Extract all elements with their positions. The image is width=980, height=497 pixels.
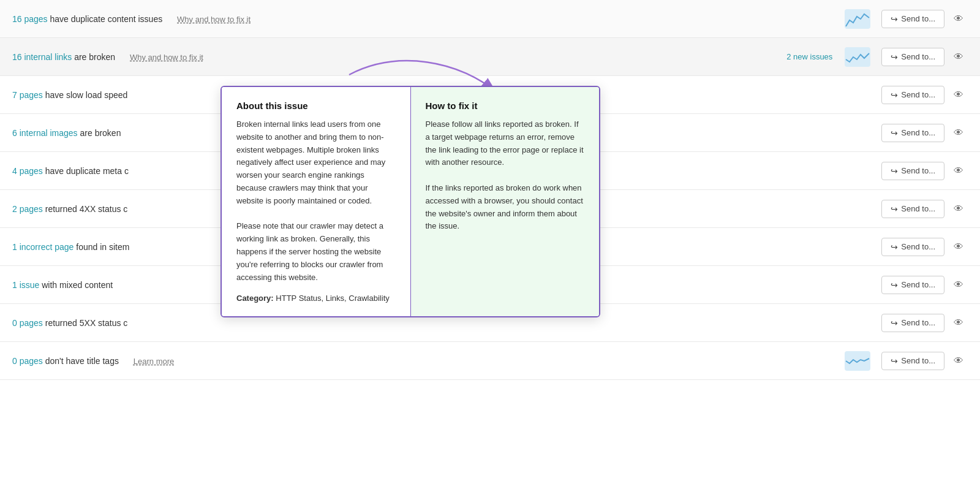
tooltip-popup: About this issue Broken internal links l…	[221, 86, 600, 317]
send-label-7: Send to...	[901, 280, 935, 289]
issue-text-0: 16 pages have duplicate content issues W…	[12, 14, 845, 24]
send-icon-7: ↪	[891, 280, 898, 290]
row-actions-0: ↪ Send to... 👁	[845, 9, 968, 29]
category-value: HTTP Status, Links, Crawlability	[276, 294, 389, 303]
eye-icon-2: 👁	[954, 89, 963, 101]
why-fix-link-0[interactable]: Why and how to fix it	[177, 15, 251, 24]
learn-more-link-9[interactable]: Learn more	[134, 357, 174, 366]
send-icon-3: ↪	[891, 128, 898, 138]
send-button-2[interactable]: ↪ Send to...	[881, 86, 944, 104]
row-actions-8: ↪ Send to... 👁	[881, 314, 968, 332]
send-button-4[interactable]: ↪ Send to...	[881, 162, 944, 180]
eye-icon-8: 👁	[954, 317, 963, 328]
eye-button-1[interactable]: 👁	[949, 48, 968, 66]
send-icon-9: ↪	[891, 356, 898, 366]
row-actions-2: ↪ Send to... 👁	[881, 86, 968, 104]
row-actions-9: ↪ Send to... 👁	[845, 351, 968, 371]
svg-rect-0	[845, 9, 870, 29]
category-text: Category: HTTP Status, Links, Crawlabili…	[236, 294, 396, 303]
issue-suffix-8: returned 5XX status c	[43, 318, 128, 328]
eye-icon-0: 👁	[954, 13, 963, 25]
send-label-3: Send to...	[901, 128, 935, 137]
eye-button-8[interactable]: 👁	[949, 314, 968, 332]
eye-button-4[interactable]: 👁	[949, 162, 968, 180]
send-label-1: Send to...	[901, 52, 935, 61]
issue-link-2[interactable]: 7 pages	[12, 90, 43, 100]
issue-suffix-7: with mixed content	[39, 280, 113, 290]
issue-link-5[interactable]: 2 pages	[12, 204, 43, 214]
issue-suffix-6: found in sitem	[74, 242, 129, 252]
row-no-title: 0 pages don't have title tags Learn more…	[0, 342, 980, 380]
issue-link-3[interactable]: 6 internal images	[12, 128, 78, 138]
send-button-9[interactable]: ↪ Send to...	[881, 352, 944, 370]
send-label-0: Send to...	[901, 14, 935, 23]
issue-link-9[interactable]: 0 pages	[12, 356, 43, 366]
issue-suffix-4: have duplicate meta c	[43, 166, 129, 176]
new-issues-badge-1: 2 new issues	[786, 52, 832, 61]
row-actions-6: ↪ Send to... 👁	[881, 238, 968, 256]
row-actions-5: ↪ Send to... 👁	[881, 200, 968, 218]
issue-link-0[interactable]: 16 pages	[12, 14, 48, 24]
issue-link-1[interactable]: 16 internal links	[12, 52, 72, 62]
send-icon-1: ↪	[891, 52, 898, 62]
eye-button-7[interactable]: 👁	[949, 276, 968, 294]
how-title: How to fix it	[426, 101, 585, 111]
send-label-2: Send to...	[901, 90, 935, 99]
eye-button-9[interactable]: 👁	[949, 352, 968, 370]
row-broken-links: 16 internal links are broken Why and how…	[0, 38, 980, 76]
eye-button-6[interactable]: 👁	[949, 238, 968, 256]
issue-text-9: 0 pages don't have title tags Learn more	[12, 356, 845, 366]
issue-suffix-1: are broken	[72, 52, 115, 62]
send-icon-8: ↪	[891, 318, 898, 328]
issue-link-8[interactable]: 0 pages	[12, 318, 43, 328]
eye-button-2[interactable]: 👁	[949, 86, 968, 104]
send-label-8: Send to...	[901, 318, 935, 327]
eye-icon-1: 👁	[954, 51, 963, 63]
row-actions-1: ↪ Send to... 👁	[845, 47, 968, 67]
row-actions-4: ↪ Send to... 👁	[881, 162, 968, 180]
issue-suffix-3: are broken	[78, 128, 121, 138]
eye-icon-5: 👁	[954, 203, 963, 214]
graph-icon-1	[845, 47, 870, 67]
issue-suffix-9: don't have title tags	[43, 356, 119, 366]
tooltip-about-section: About this issue Broken internal links l…	[222, 87, 411, 316]
issue-suffix-0: have duplicate content issues	[48, 14, 163, 24]
issues-page: 16 pages have duplicate content issues W…	[0, 0, 980, 380]
send-button-5[interactable]: ↪ Send to...	[881, 200, 944, 218]
graph-icon-0	[845, 9, 870, 29]
send-button-0[interactable]: ↪ Send to...	[881, 10, 944, 28]
send-button-8[interactable]: ↪ Send to...	[881, 314, 944, 332]
eye-button-0[interactable]: 👁	[949, 10, 968, 28]
eye-button-5[interactable]: 👁	[949, 200, 968, 218]
eye-icon-9: 👁	[954, 355, 963, 366]
eye-button-3[interactable]: 👁	[949, 124, 968, 142]
send-button-3[interactable]: ↪ Send to...	[881, 124, 944, 142]
about-text: Broken internal links lead users from on…	[236, 118, 396, 284]
issue-link-6[interactable]: 1 incorrect page	[12, 242, 74, 252]
row-duplicate-content: 16 pages have duplicate content issues W…	[0, 0, 980, 38]
send-label-4: Send to...	[901, 166, 935, 175]
issue-suffix-5: returned 4XX status c	[43, 204, 128, 214]
about-title: About this issue	[236, 101, 396, 111]
tooltip-fix-section: How to fix it Please follow all links re…	[411, 87, 600, 316]
eye-icon-7: 👁	[954, 279, 963, 290]
how-text: Please follow all links reported as brok…	[426, 118, 585, 233]
send-label-5: Send to...	[901, 204, 935, 213]
svg-rect-2	[845, 351, 870, 371]
eye-icon-3: 👁	[954, 127, 963, 138]
send-icon-4: ↪	[891, 166, 898, 176]
why-fix-link-1[interactable]: Why and how to fix it	[130, 53, 203, 62]
send-icon-5: ↪	[891, 204, 898, 214]
send-label-6: Send to...	[901, 242, 935, 251]
svg-rect-1	[845, 47, 870, 67]
eye-icon-4: 👁	[954, 165, 963, 176]
row-actions-3: ↪ Send to... 👁	[881, 124, 968, 142]
send-button-6[interactable]: ↪ Send to...	[881, 238, 944, 256]
send-button-1[interactable]: ↪ Send to...	[881, 48, 944, 66]
send-button-7[interactable]: ↪ Send to...	[881, 276, 944, 294]
issue-link-7[interactable]: 1 issue	[12, 280, 39, 290]
issue-link-4[interactable]: 4 pages	[12, 166, 43, 176]
send-icon-0: ↪	[891, 14, 898, 24]
send-label-9: Send to...	[901, 356, 935, 365]
eye-icon-6: 👁	[954, 241, 963, 252]
